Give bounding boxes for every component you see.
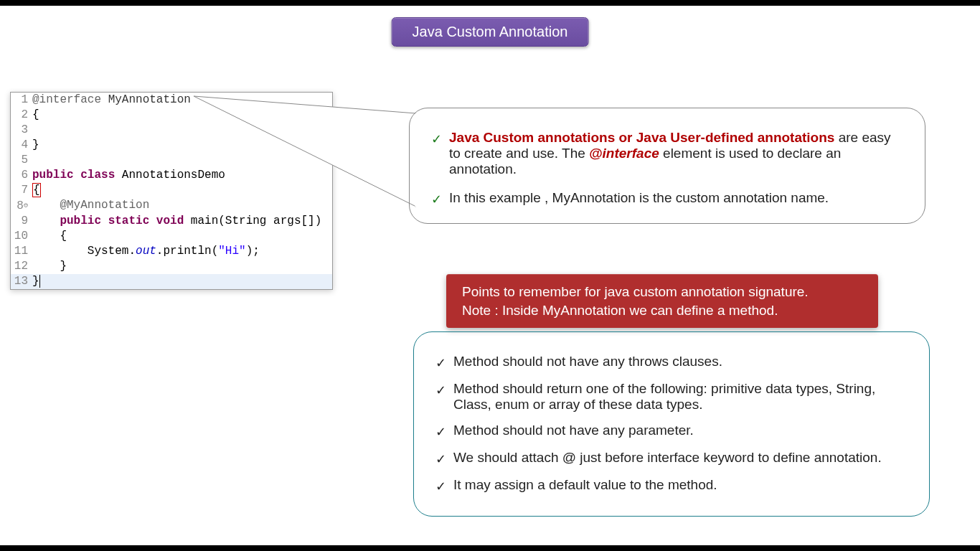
line-number: 12	[11, 259, 32, 274]
code-line: 9 public static void main(String args[])	[11, 214, 332, 229]
code-text: public class AnnotationsDemo	[32, 168, 332, 183]
line-number: 9	[11, 214, 32, 229]
code-text	[32, 123, 332, 138]
line-number: 11	[11, 244, 32, 259]
code-text: {	[32, 183, 332, 198]
code-line: 1@interface MyAnnotation	[11, 93, 332, 108]
code-line: 5	[11, 153, 332, 168]
points-header-line2: Note : Inside MyAnnotation we can define…	[462, 301, 862, 320]
code-text: System.out.println("Hi");	[32, 244, 332, 259]
line-number: 7	[11, 183, 32, 198]
explanation-text: In this example , MyAnnotation is the cu…	[449, 190, 829, 207]
check-icon: ✓	[431, 192, 442, 207]
points-header-box: Points to remember for java custom annot…	[446, 274, 878, 328]
points-text: Method should not have any parameter.	[453, 423, 694, 440]
points-text: We should attach @ just before interface…	[453, 450, 882, 467]
slide-title: Java Custom Annotation	[392, 17, 589, 47]
code-text: }	[32, 274, 332, 289]
code-text: }	[32, 138, 332, 153]
line-number: 10	[11, 229, 32, 244]
code-text: @MyAnnotation	[32, 198, 332, 214]
line-number: 4	[11, 138, 32, 153]
explanation-callout: ✓Java Custom annotations or Java User-de…	[409, 108, 925, 224]
points-text: Method should return one of the followin…	[453, 381, 908, 413]
check-icon: ✓	[435, 382, 446, 413]
line-number: 13	[11, 274, 32, 289]
code-editor-panel: 1@interface MyAnnotation2{34}56public cl…	[10, 92, 333, 290]
code-text: {	[32, 229, 332, 244]
code-line: 10 {	[11, 229, 332, 244]
points-item: ✓It may assign a default value to the me…	[435, 477, 908, 494]
line-number: 5	[11, 153, 32, 168]
check-icon: ✓	[435, 451, 446, 467]
fold-minus-icon: ⊖	[24, 198, 28, 213]
line-number: 3	[11, 123, 32, 138]
check-icon: ✓	[431, 131, 442, 177]
code-text	[32, 153, 332, 168]
code-line: 12 }	[11, 259, 332, 274]
explanation-item: ✓Java Custom annotations or Java User-de…	[431, 130, 903, 177]
code-text: }	[32, 259, 332, 274]
points-header-line1: Points to remember for java custom annot…	[462, 283, 862, 301]
code-line: 8⊖ @MyAnnotation	[11, 198, 332, 214]
line-number: 8⊖	[11, 198, 32, 214]
code-line: 13}	[11, 274, 332, 289]
points-list-callout: ✓Method should not have any throws claus…	[413, 331, 930, 517]
check-icon: ✓	[435, 424, 446, 440]
points-text: It may assign a default value to the met…	[453, 477, 717, 494]
code-text: public static void main(String args[])	[32, 214, 332, 229]
check-icon: ✓	[435, 355, 446, 371]
code-line: 2{	[11, 108, 332, 123]
code-line: 6public class AnnotationsDemo	[11, 168, 332, 183]
code-line: 7{	[11, 183, 332, 198]
points-text: Method should not have any throws clause…	[453, 354, 722, 371]
code-line: 3	[11, 123, 332, 138]
line-number: 6	[11, 168, 32, 183]
code-line: 4}	[11, 138, 332, 153]
explanation-text: Java Custom annotations or Java User-def…	[449, 130, 903, 177]
points-item: ✓Method should return one of the followi…	[435, 381, 908, 413]
check-icon: ✓	[435, 479, 446, 494]
slide-title-text: Java Custom Annotation	[413, 24, 568, 39]
explanation-item: ✓In this example , MyAnnotation is the c…	[431, 190, 903, 207]
code-text: @interface MyAnnotation	[32, 93, 332, 108]
line-number: 2	[11, 108, 32, 123]
code-text: {	[32, 108, 332, 123]
points-item: ✓Method should not have any throws claus…	[435, 354, 908, 371]
line-number: 1	[11, 93, 32, 108]
points-item: ✓We should attach @ just before interfac…	[435, 450, 908, 467]
code-line: 11 System.out.println("Hi");	[11, 244, 332, 259]
points-item: ✓Method should not have any parameter.	[435, 423, 908, 440]
